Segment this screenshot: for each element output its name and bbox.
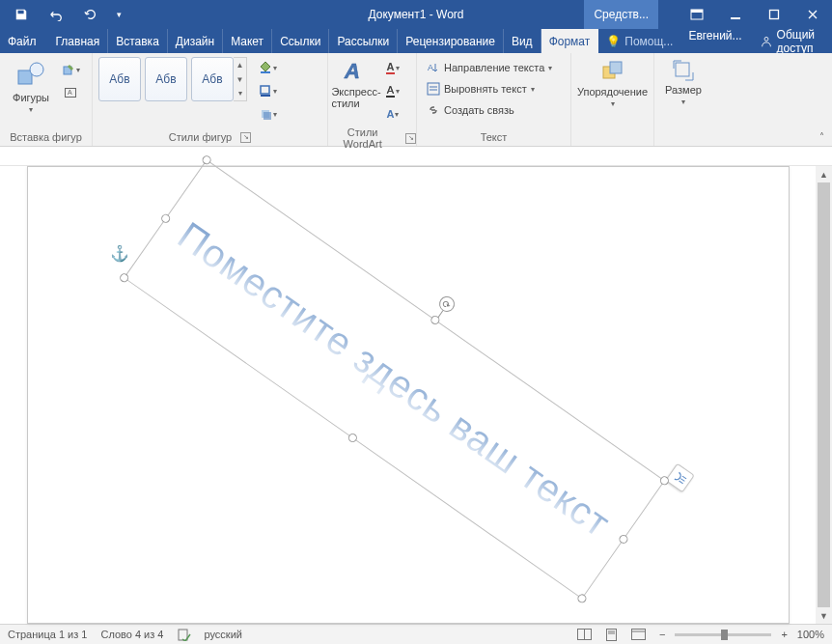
gallery-down-icon[interactable]: ▼ [234, 72, 246, 87]
minimize-button[interactable] [716, 0, 755, 29]
svg-line-24 [680, 479, 684, 482]
svg-rect-5 [18, 70, 32, 84]
zoom-slider[interactable] [675, 633, 771, 636]
tab-design[interactable]: Дизайн [168, 29, 223, 53]
shape-effects-button[interactable] [257, 103, 278, 125]
svg-rect-32 [632, 630, 646, 640]
vertical-scrollbar[interactable]: ▲ ▼ [816, 166, 832, 624]
svg-rect-14 [263, 112, 271, 120]
draw-textbox-button[interactable]: A [60, 82, 81, 103]
proofing-icon[interactable] [178, 628, 191, 641]
shape-style-preset-3[interactable]: Абв [191, 57, 234, 101]
close-button[interactable] [793, 0, 832, 29]
align-text-icon [427, 82, 440, 96]
align-text-button[interactable]: Выровнять текст▾ [423, 78, 539, 99]
shape-outline-button[interactable] [257, 80, 278, 101]
save-button[interactable] [6, 0, 37, 29]
rotate-handle[interactable]: ⟳ [436, 294, 458, 315]
status-bar: Страница 1 из 1 Слово 4 из 4 русский − +… [0, 624, 832, 644]
size-button[interactable]: Размер ▾ [660, 57, 707, 106]
svg-point-6 [30, 63, 43, 76]
group-text: A Направление текста▾ Выровнять текст▾ С… [417, 53, 571, 146]
svg-rect-10 [261, 71, 270, 73]
tab-mailings[interactable]: Рассылки [329, 29, 398, 53]
tab-insert[interactable]: Вставка [108, 29, 168, 53]
tab-layout[interactable]: Макет [223, 29, 272, 53]
word-count[interactable]: Слово 4 из 4 [100, 629, 163, 640]
print-layout-button[interactable] [601, 626, 623, 643]
title-bar: ▾ Документ1 - Word Средств... [0, 0, 832, 29]
group-shape-styles: Абв Абв Абв ▲ ▼ ▾ Стили фигур ↘ [93, 53, 328, 146]
shape-style-gallery-more[interactable]: ▲ ▼ ▾ [234, 57, 247, 101]
zoom-in-button[interactable]: + [777, 629, 790, 640]
gallery-more-icon[interactable]: ▾ [234, 86, 246, 100]
wordart-styles-dialog-launcher[interactable]: ↘ [405, 133, 416, 144]
arrange-label: Упорядочение [577, 86, 648, 98]
undo-button[interactable] [41, 0, 71, 29]
collapse-ribbon-button[interactable]: ˄ [816, 129, 828, 144]
shapes-gallery-button[interactable]: Фигуры ▾ [6, 57, 56, 114]
shape-styles-dialog-launcher[interactable]: ↘ [240, 132, 251, 143]
tab-file[interactable]: Файл [0, 29, 48, 53]
page[interactable]: ⚓ ⟳ Поместите здесь ваш текст [27, 166, 790, 624]
tell-me-search[interactable]: 💡 Помощ... [598, 29, 680, 53]
arrange-button[interactable]: Упорядочение ▾ [577, 57, 648, 108]
window-title: Документ1 - Word [368, 8, 463, 21]
svg-rect-21 [610, 62, 622, 73]
maximize-button[interactable] [755, 0, 793, 29]
quick-access-toolbar: ▾ [0, 0, 127, 29]
tab-format[interactable]: Формат [541, 29, 599, 53]
scroll-down-button[interactable]: ▼ [816, 607, 832, 624]
account-name[interactable]: Евгений... [680, 29, 749, 53]
tab-view[interactable]: Вид [504, 29, 541, 53]
svg-rect-26 [179, 630, 187, 640]
svg-text:A: A [344, 59, 360, 83]
size-label: Размер [665, 84, 702, 96]
text-fill-button[interactable]: A [382, 57, 403, 78]
share-icon [760, 35, 773, 48]
group-label-insert-shapes: Вставка фигур [0, 129, 92, 146]
language-button[interactable]: русский [205, 629, 242, 640]
horizontal-ruler[interactable] [0, 147, 832, 166]
svg-rect-3 [770, 11, 779, 19]
scroll-thumb[interactable] [818, 182, 830, 607]
qat-customize-button[interactable]: ▾ [110, 0, 127, 29]
group-wordart-styles: A Экспресс- стили A A A Стили WordArt ↘ [328, 53, 417, 146]
anchor-icon: ⚓ [110, 244, 129, 263]
tab-home[interactable]: Главная [48, 29, 109, 53]
zoom-slider-thumb[interactable] [721, 630, 728, 640]
text-direction-button[interactable]: A Направление текста▾ [423, 57, 556, 78]
create-link-button[interactable]: Создать связь [423, 99, 518, 121]
wordart-object[interactable]: ⟳ Поместите здесь ваш текст [124, 159, 665, 600]
edit-shape-button[interactable] [60, 59, 81, 80]
tab-references[interactable]: Ссылки [272, 29, 329, 53]
redo-button[interactable] [75, 0, 106, 29]
link-icon [427, 103, 440, 117]
svg-line-25 [679, 481, 683, 484]
zoom-out-button[interactable]: − [655, 629, 669, 640]
wordart-text[interactable]: Поместите здесь ваш текст [125, 160, 663, 598]
scroll-up-button[interactable]: ▲ [816, 166, 832, 182]
wordart-quick-styles-button[interactable]: A Экспресс- стили [334, 57, 378, 109]
group-size: Размер ▾ [654, 53, 712, 146]
page-count[interactable]: Страница 1 из 1 [8, 629, 87, 640]
text-outline-button[interactable]: A [382, 80, 403, 101]
tell-me-label: Помощ... [624, 35, 673, 48]
group-insert-shapes: Фигуры ▾ A Вставка фигур [0, 53, 93, 146]
shape-style-preset-2[interactable]: Абв [145, 57, 187, 101]
ribbon-display-options-button[interactable] [678, 0, 716, 29]
text-effects-button[interactable]: A [382, 103, 403, 125]
tab-review[interactable]: Рецензирование [398, 29, 504, 53]
zoom-level[interactable]: 100% [797, 629, 824, 640]
gallery-up-icon[interactable]: ▲ [234, 58, 246, 72]
read-mode-button[interactable] [574, 626, 596, 643]
wordart-bounding-box[interactable]: Поместите здесь ваш текст [124, 159, 665, 600]
shape-fill-button[interactable] [257, 57, 278, 78]
shape-style-preset-1[interactable]: Абв [98, 57, 141, 101]
wordart-quick-styles-label: Экспресс- стили [331, 86, 380, 109]
share-button[interactable]: Общий доступ [750, 29, 832, 53]
web-layout-button[interactable] [628, 626, 650, 643]
svg-rect-2 [731, 17, 740, 19]
layout-options-button[interactable] [665, 463, 695, 493]
svg-text:A: A [428, 63, 433, 72]
